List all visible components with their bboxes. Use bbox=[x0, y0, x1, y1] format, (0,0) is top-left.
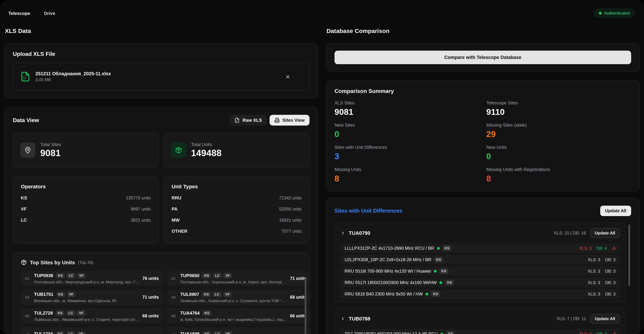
operator-badge: VF bbox=[77, 310, 86, 316]
comparison-summary-title: Comparison Summary bbox=[334, 88, 631, 94]
summary-stat-value: 9110 bbox=[486, 107, 631, 117]
summary-stat-value: 8 bbox=[486, 174, 631, 183]
status-dot-icon bbox=[426, 293, 428, 295]
database-comparison-section: Database Comparison Compare with Telesco… bbox=[326, 18, 640, 334]
file-info: 251211 Обладнання_2025-11.xlsx 3.05 MB bbox=[36, 71, 111, 82]
diff-sites-scrollbar[interactable] bbox=[628, 224, 630, 286]
diff-site-header[interactable]: TUB0788XLS: 7 | DB: 11Update All bbox=[340, 313, 620, 325]
nav-tab-drive[interactable]: Drive bbox=[44, 10, 55, 16]
top-site-row[interactable]: #3TUB1751KSVFВінницька обл., м. Жмеринка… bbox=[21, 290, 163, 305]
unit-xls-count: XLS: 2 bbox=[579, 332, 592, 334]
raw-xls-toggle[interactable]: Raw XLS bbox=[230, 115, 267, 126]
unit-xls-count: XLS: 3 bbox=[588, 257, 600, 262]
operator-row-label: VF bbox=[21, 206, 26, 212]
top-site-address: м. Київ, Голосіївський р-н, пр-т академі… bbox=[180, 317, 287, 321]
top-sites-subtitle: (Top 20) bbox=[78, 260, 93, 265]
unit-info: RRU 5818 B40 2300 MHz 8x50 Wt / HWKS bbox=[344, 291, 440, 297]
operator-badge: KS bbox=[439, 268, 448, 274]
summary-stat-label: New Sites bbox=[334, 122, 479, 128]
operator-badge: KS bbox=[56, 292, 65, 297]
top-site-row[interactable]: #2TUP0650KSLCVFПолтавська обл., Хорольсь… bbox=[167, 271, 310, 286]
unit-name: RRU 5517t 1800/2100/2600 MHz 4x160 Wt/HW bbox=[344, 280, 437, 285]
update-all-button[interactable]: Update All bbox=[600, 206, 631, 216]
unit-type-row-value: 7077 units bbox=[282, 229, 302, 234]
chevron-right-icon bbox=[340, 231, 345, 235]
top-site-line1: TUP0938KSLCVF bbox=[34, 273, 139, 279]
top-site-units: 68 units bbox=[290, 295, 306, 300]
operator-badge: LC bbox=[66, 310, 75, 316]
top-site-line1: TUP0650KSLCVF bbox=[180, 273, 287, 279]
total-sites-card: Total Sites 9081 bbox=[13, 133, 159, 168]
unit-xls-count: XLS: 3 bbox=[588, 292, 600, 296]
unit-type-row-label: RRU bbox=[172, 195, 181, 200]
diff-sites-list: TUA0790XLS: 15 | DB: 16Update AllLLLLPX3… bbox=[334, 222, 631, 334]
top-site-row[interactable]: #4TUL0907KSLCVFЛьвівська обл., Львівськи… bbox=[167, 290, 310, 305]
diff-site-header[interactable]: TUA0790XLS: 15 | DB: 16Update All bbox=[340, 227, 620, 239]
top-site-line1: TUB1751KSVF bbox=[34, 292, 139, 297]
diff-site-card: TUA0790XLS: 15 | DB: 16Update AllLLLLPX3… bbox=[334, 222, 626, 303]
unit-name: LLLLPX312P-2C 4x1710-2690 MHz RCU / BR bbox=[344, 246, 434, 251]
site-update-all-button[interactable]: Update All bbox=[590, 314, 620, 324]
unit-row: RRU 5516t 700-900 MHz 4x120 Wt / HuaweiK… bbox=[340, 266, 620, 276]
summary-stat-label: Missing Units with Registrations bbox=[486, 167, 631, 172]
top-site-row[interactable]: #7TUL1724KSLCVF bbox=[21, 327, 163, 334]
unit-type-row-value: 71342 units bbox=[279, 195, 302, 200]
operator-badge: KS bbox=[442, 245, 452, 251]
upload-card: Upload XLS File 251211 Обладнання_2025-1… bbox=[4, 43, 318, 99]
summary-stat-value: 3 bbox=[334, 152, 479, 161]
unit-diff-count: -1 bbox=[612, 246, 616, 251]
top-site-units: 76 units bbox=[142, 276, 159, 281]
top-sites-card: Top Sites by Units (Top 20) #1TUP0938KSL… bbox=[13, 252, 310, 334]
file-name: 251211 Обладнання_2025-11.xlsx bbox=[36, 71, 111, 76]
remove-file-button[interactable] bbox=[285, 74, 290, 79]
unit-row: TDJ-709018DEI-65FV03 900 MHz 17.4 dB RCU… bbox=[340, 329, 620, 334]
top-sites-scrollbar[interactable] bbox=[305, 278, 306, 334]
site-update-all-button[interactable]: Update All bbox=[590, 228, 620, 238]
top-site-rank: #5 bbox=[25, 314, 31, 318]
unit-db-count: DB: 3 bbox=[605, 269, 616, 274]
file-size: 3.05 MB bbox=[36, 77, 111, 82]
top-site-row[interactable]: #1TUP0938KSLCVFПолтавська обл., Миргород… bbox=[21, 271, 163, 286]
diff-site-counts: XLS: 7 | DB: 11 bbox=[556, 316, 586, 321]
compare-button[interactable]: Compare with Telescope Database bbox=[334, 51, 631, 64]
raw-xls-label: Raw XLS bbox=[243, 118, 262, 123]
unit-db-count: DB: 4 bbox=[596, 246, 607, 251]
sites-view-toggle[interactable]: Sites View bbox=[270, 115, 310, 126]
operator-badge: KS bbox=[446, 331, 455, 334]
operator-row-value: 9897 units bbox=[131, 206, 151, 211]
summary-stat: XLS Sites9081 bbox=[334, 100, 479, 117]
summary-stat-value: 8 bbox=[334, 174, 479, 183]
nav-tab-telescope[interactable]: Telescope bbox=[8, 10, 30, 16]
upload-card-title: Upload XLS File bbox=[13, 51, 310, 57]
top-site-row[interactable]: #5TUL2728KSLCVFЛьвівська обл., Яворівськ… bbox=[21, 308, 163, 323]
operators-card: Operators KS135770 unitsVF9897 unitsLC38… bbox=[13, 176, 159, 244]
summary-stat-label: Missing Units bbox=[334, 167, 479, 172]
status-dot-icon bbox=[437, 247, 440, 250]
top-site-address: Полтавська обл., Хорольський р-н, м. Хор… bbox=[180, 280, 287, 284]
unit-name: RRU 5818 B40 2300 MHz 8x50 Wt / HW bbox=[344, 292, 423, 296]
diff-site-header-right: XLS: 7 | DB: 11Update All bbox=[556, 314, 620, 324]
unit-type-row-label: MW bbox=[172, 217, 180, 223]
unit-row: U2L2PX308_10P-2C 2x9+2x18-26 MHz / BRKSX… bbox=[340, 255, 620, 264]
unit-counts: XLS: 3DB: 3 bbox=[588, 257, 616, 262]
upload-dropzone[interactable]: 251211 Обладнання_2025-11.xlsx 3.05 MB bbox=[13, 63, 310, 91]
summary-stat-value: 9081 bbox=[334, 107, 479, 117]
summary-stat-label: New Units bbox=[486, 145, 631, 150]
operator-badge: KS bbox=[202, 273, 211, 279]
total-sites-value: 9081 bbox=[40, 148, 61, 159]
top-site-row[interactable]: #6TUA4764KSм. Київ, Голосіївський р-н, п… bbox=[167, 308, 310, 323]
summary-stat: New Sites0 bbox=[334, 122, 479, 139]
operator-badge: KS bbox=[431, 291, 440, 297]
operator-badge: VF bbox=[77, 331, 86, 334]
operator-badge: KS bbox=[445, 280, 454, 285]
unit-types-title: Unit Types bbox=[172, 183, 302, 189]
top-site-line1: TUL0907KSLCVF bbox=[180, 292, 287, 297]
top-site-code: TUP0938 bbox=[34, 273, 53, 278]
unit-name: U2L2PX308_10P-2C 2x9+2x18-26 MHz / BR bbox=[344, 257, 432, 262]
data-view-card: Data View Raw XLS Sites View bbox=[4, 107, 318, 334]
operator-badge: KS bbox=[56, 273, 65, 279]
summary-stat: New Units0 bbox=[486, 145, 631, 161]
top-site-row[interactable]: #8TUA1606KSLCVF bbox=[167, 327, 310, 334]
status-dot-icon bbox=[440, 281, 442, 284]
top-site-line1: TUL2728KSLCVF bbox=[34, 310, 139, 316]
